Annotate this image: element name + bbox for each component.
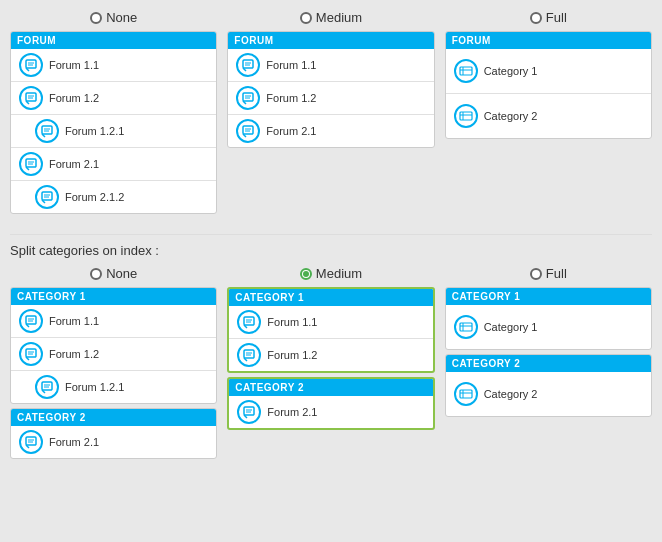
item-text: Category 2 — [484, 388, 538, 400]
forum-icon — [237, 343, 261, 367]
svg-rect-46 — [42, 382, 52, 390]
top-full-radio[interactable]: Full — [530, 10, 567, 25]
forum-icon — [19, 309, 43, 333]
split-none-cat1-header: CATEGORY 1 — [11, 288, 216, 305]
list-item: Forum 1.2 — [228, 82, 433, 115]
split-section-label: Split categories on index : — [10, 243, 652, 258]
list-item: Forum 2.1 — [11, 148, 216, 181]
split-none-cat2-header: CATEGORY 2 — [11, 409, 216, 426]
category-icon — [454, 315, 478, 339]
svg-rect-42 — [26, 349, 36, 357]
top-none-box: FORUM Forum 1.1 Forum 1.2 — [10, 31, 217, 214]
split-medium-label: Medium — [316, 266, 362, 281]
forum-icon — [236, 86, 260, 110]
split-medium-radio[interactable]: Medium — [300, 266, 362, 281]
forum-icon — [19, 342, 43, 366]
top-none-header: FORUM — [11, 32, 216, 49]
list-item: Forum 1.1 — [11, 49, 216, 82]
item-text: Forum 2.1 — [266, 125, 316, 137]
item-text: Category 1 — [484, 65, 538, 77]
top-none-radio[interactable]: None — [90, 10, 137, 25]
forum-icon — [236, 119, 260, 143]
top-medium-col: Medium FORUM Forum 1.1 Forum 1.2 — [227, 10, 434, 214]
list-item: Forum 1.2 — [229, 339, 432, 371]
svg-rect-50 — [26, 437, 36, 445]
split-full-cat1-box: CATEGORY 1 Category 1 — [445, 287, 652, 350]
item-text: Forum 2.1 — [49, 158, 99, 170]
svg-rect-58 — [244, 350, 254, 358]
split-medium-cat1-box: CATEGORY 1 Forum 1.1 Forum 1.2 — [227, 287, 434, 373]
list-item: Forum 1.2.1 — [11, 371, 216, 403]
svg-rect-38 — [26, 316, 36, 324]
svg-rect-66 — [460, 323, 472, 331]
section-divider — [10, 234, 652, 235]
top-none-col: None FORUM Forum 1.1 Forum 1.2 — [10, 10, 217, 214]
list-item: Forum 2.1 — [11, 426, 216, 458]
split-full-cat1-header: CATEGORY 1 — [446, 288, 651, 305]
forum-icon — [19, 86, 43, 110]
svg-rect-8 — [42, 126, 52, 134]
split-medium-cat1-header: CATEGORY 1 — [229, 289, 432, 306]
split-full-cat2-box: CATEGORY 2 Category 2 — [445, 354, 652, 417]
forum-icon — [236, 53, 260, 77]
top-full-label: Full — [546, 10, 567, 25]
svg-rect-16 — [42, 192, 52, 200]
item-text: Forum 1.1 — [49, 315, 99, 327]
category-icon — [454, 382, 478, 406]
list-item: Forum 1.1 — [228, 49, 433, 82]
list-item: Forum 1.1 — [11, 305, 216, 338]
radio-circle-none — [90, 12, 102, 24]
split-full-cat2-header: CATEGORY 2 — [446, 355, 651, 372]
split-none-radio[interactable]: None — [90, 266, 137, 281]
bottom-section: None CATEGORY 1 Forum 1.1 Forum 1.2 — [10, 266, 652, 459]
forum-icon — [19, 152, 43, 176]
list-item: Category 2 — [446, 94, 651, 138]
list-item: Forum 1.2 — [11, 338, 216, 371]
radio-circle-medium — [300, 12, 312, 24]
list-item: Category 1 — [446, 305, 651, 349]
svg-rect-69 — [460, 390, 472, 398]
split-none-label: None — [106, 266, 137, 281]
svg-rect-62 — [244, 407, 254, 415]
item-text: Forum 1.2 — [266, 92, 316, 104]
radio-circle-split-medium — [300, 268, 312, 280]
svg-rect-4 — [26, 93, 36, 101]
list-item: Forum 2.1 — [229, 396, 432, 428]
top-medium-label: Medium — [316, 10, 362, 25]
top-section: None FORUM Forum 1.1 Forum 1.2 — [10, 10, 652, 214]
split-none-cat1-box: CATEGORY 1 Forum 1.1 Forum 1.2 — [10, 287, 217, 404]
list-item: Forum 1.2.1 — [11, 115, 216, 148]
item-text: Forum 1.1 — [266, 59, 316, 71]
top-none-label: None — [106, 10, 137, 25]
split-none-cat2-box: CATEGORY 2 Forum 2.1 — [10, 408, 217, 459]
radio-circle-split-full — [530, 268, 542, 280]
svg-rect-28 — [243, 126, 253, 134]
list-item: Forum 1.2 — [11, 82, 216, 115]
split-full-col: Full CATEGORY 1 Category 1 CATEGORY — [445, 266, 652, 459]
forum-icon — [35, 375, 59, 399]
top-medium-box: FORUM Forum 1.1 Forum 1.2 — [227, 31, 434, 148]
top-medium-radio[interactable]: Medium — [300, 10, 362, 25]
item-text: Forum 1.2 — [49, 92, 99, 104]
split-medium-cat2-header: CATEGORY 2 — [229, 379, 432, 396]
item-text: Forum 2.1.2 — [65, 191, 124, 203]
split-medium-cat2-box: CATEGORY 2 Forum 2.1 — [227, 377, 434, 430]
item-text: Category 2 — [484, 110, 538, 122]
top-full-col: Full FORUM Category 1 — [445, 10, 652, 214]
top-full-header: FORUM — [446, 32, 651, 49]
item-text: Forum 1.2 — [49, 348, 99, 360]
top-medium-header: FORUM — [228, 32, 433, 49]
item-text: Forum 2.1 — [49, 436, 99, 448]
item-text: Forum 1.2 — [267, 349, 317, 361]
svg-rect-24 — [243, 93, 253, 101]
split-full-radio[interactable]: Full — [530, 266, 567, 281]
split-none-col: None CATEGORY 1 Forum 1.1 Forum 1.2 — [10, 266, 217, 459]
forum-icon — [237, 400, 261, 424]
top-full-box: FORUM Category 1 — [445, 31, 652, 139]
forum-icon — [237, 310, 261, 334]
list-item: Category 2 — [446, 372, 651, 416]
list-item: Forum 2.1 — [228, 115, 433, 147]
svg-rect-32 — [460, 67, 472, 75]
list-item: Forum 2.1.2 — [11, 181, 216, 213]
split-medium-col: Medium CATEGORY 1 Forum 1.1 Forum 1.2 — [227, 266, 434, 459]
